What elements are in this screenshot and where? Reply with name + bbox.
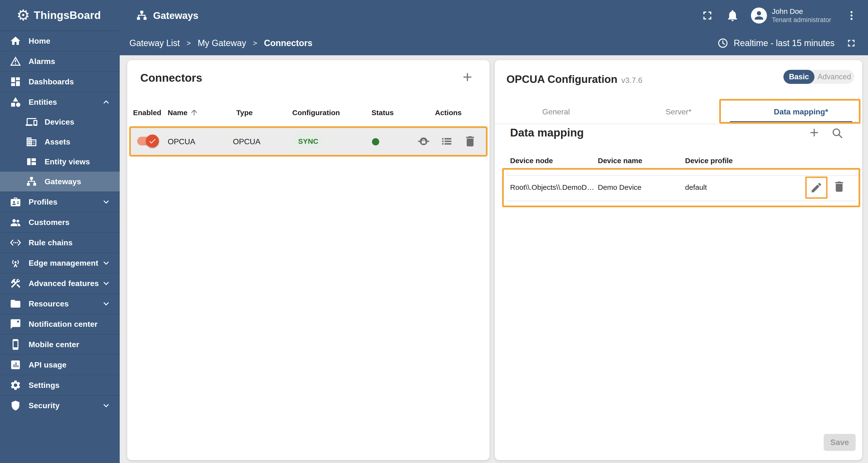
sidebar-item-label: Devices: [44, 118, 74, 127]
sidebar-item-label: Dashboards: [29, 77, 74, 86]
mode-toggle: Basic Advanced: [783, 70, 854, 84]
sidebar-item-label: Customers: [29, 218, 69, 227]
sidebar-item-label: Security: [29, 401, 60, 410]
shield-icon: [10, 400, 21, 411]
sort-arrow-up-icon[interactable]: [190, 108, 198, 117]
clock-icon: [717, 38, 728, 49]
wifi-tethering-icon: [10, 257, 21, 269]
sidebar-item-alarms[interactable]: Alarms: [0, 51, 120, 71]
add-connector-button[interactable]: [461, 70, 474, 84]
breadcrumb: Gateway List > My Gateway > Connectors: [129, 31, 312, 55]
notification-icon: [10, 318, 21, 330]
sidebar-item-dashboards[interactable]: Dashboards: [0, 71, 120, 92]
sidebar-item-label: Home: [29, 37, 51, 45]
timewindow-button[interactable]: Realtime - last 15 minutes: [717, 31, 857, 55]
sidebar-item-label: Gateways: [44, 177, 81, 186]
sidebar-item-label: Entities: [29, 98, 57, 107]
insert-chart-icon: [10, 359, 21, 371]
mode-basic-button[interactable]: Basic: [783, 70, 814, 84]
view-quilt-icon: [26, 156, 37, 167]
sidebar-item-label: Alarms: [29, 57, 55, 66]
sidebar-item-profiles[interactable]: Profiles: [0, 191, 120, 212]
avatar[interactable]: [751, 7, 767, 24]
settings-ethernet-icon: [10, 237, 21, 248]
sidebar-item-api-usage[interactable]: API usage: [0, 354, 120, 375]
search-icon[interactable]: [831, 127, 844, 140]
connector-name: OPCUA: [168, 137, 195, 146]
sidebar-item-entity-views[interactable]: Entity views: [0, 152, 120, 172]
enabled-toggle[interactable]: [137, 137, 157, 146]
mode-advanced-button[interactable]: Advanced: [814, 70, 854, 84]
sidebar-item-rule-chains[interactable]: Rule chains: [0, 232, 120, 253]
sidebar-item-assets[interactable]: Assets: [0, 132, 120, 152]
topbar-row-main: Gateways John Doe Tenant administrator: [120, 0, 868, 31]
sidebar-item-devices[interactable]: Devices: [0, 112, 120, 132]
domain-icon: [26, 136, 37, 148]
sidebar-item-home[interactable]: Home: [0, 31, 120, 51]
topbar: Gateways John Doe Tenant administrator G…: [120, 0, 868, 55]
col-device-profile: Device profile: [685, 157, 733, 165]
sidebar-item-label: Notification center: [29, 320, 98, 329]
col-name[interactable]: Name: [168, 109, 188, 117]
user-name: John Doe: [772, 7, 831, 16]
active-tab-indicator: [730, 121, 852, 123]
breadcrumb-gateway-list[interactable]: Gateway List: [129, 38, 180, 48]
sidebar-item-label: Profiles: [29, 197, 57, 207]
sidebar-item-resources[interactable]: Resources: [0, 293, 120, 314]
tab-data-mapping[interactable]: Data mapping*: [740, 100, 862, 124]
sidebar-item-advanced-features[interactable]: Advanced features: [0, 273, 120, 293]
thingsboard-app: ⚙ ThingsBoard Home Alarms Dashboards Ent…: [0, 0, 868, 463]
more-vert-icon[interactable]: [846, 10, 857, 21]
save-button[interactable]: Save: [824, 434, 856, 451]
edit-mapping-button[interactable]: [805, 177, 828, 199]
sidebar-item-entities[interactable]: Entities: [0, 92, 120, 112]
sidebar-item-customers[interactable]: Customers: [0, 212, 120, 232]
sidebar-item-security[interactable]: Security: [0, 395, 120, 415]
col-configuration: Configuration: [292, 109, 340, 117]
user-info[interactable]: John Doe Tenant administrator: [772, 7, 831, 24]
main-content: Connectors Enabled Name Type Configurati…: [120, 55, 868, 463]
sidebar-item-edge-management[interactable]: Edge management: [0, 253, 120, 273]
tab-server[interactable]: Server*: [617, 100, 740, 124]
sidebar-item-gateways[interactable]: Gateways: [0, 172, 120, 191]
dashboards-icon: [10, 76, 21, 88]
topbar-actions: John Doe Tenant administrator: [701, 0, 857, 31]
sidebar-item-label: Advanced features: [29, 279, 99, 288]
data-mapping-title: Data mapping: [510, 126, 584, 139]
sidebar-item-notification-center[interactable]: Notification center: [0, 314, 120, 334]
sidebar-item-label: Assets: [44, 137, 70, 147]
col-enabled: Enabled: [133, 109, 161, 117]
breadcrumb-my-gateway[interactable]: My Gateway: [198, 38, 246, 48]
device-name-value: Demo Device: [598, 183, 642, 191]
fullscreen-icon[interactable]: [701, 9, 714, 22]
add-mapping-button[interactable]: [808, 126, 821, 139]
home-icon: [10, 35, 21, 47]
connector-row-opcua[interactable]: OPCUA OPCUA SYNC: [129, 126, 488, 157]
delete-mapping-icon[interactable]: [832, 180, 846, 193]
logs-list-icon[interactable]: [440, 134, 454, 148]
sidebar-item-label: Resources: [29, 299, 69, 308]
sidebar-item-settings[interactable]: Settings: [0, 375, 120, 395]
thingsboard-logo-icon: ⚙: [17, 8, 30, 23]
sidebar-item-label: Mobile center: [29, 340, 79, 349]
col-device-node: Device node: [510, 157, 553, 165]
smartphone-icon: [10, 339, 21, 350]
category-icon: [10, 96, 21, 108]
configuration-sync-badge: SYNC: [293, 134, 324, 149]
notifications-bell-icon[interactable]: [726, 9, 739, 22]
private-connectivity-icon[interactable]: [417, 134, 430, 148]
chevron-down-icon: [101, 299, 112, 309]
sidebar-item-mobile-center[interactable]: Mobile center: [0, 334, 120, 354]
sidebar: ⚙ ThingsBoard Home Alarms Dashboards Ent…: [0, 0, 120, 463]
edit-pencil-icon: [810, 181, 823, 194]
delete-connector-icon[interactable]: [463, 134, 477, 148]
gear-icon: [10, 379, 21, 391]
chevron-down-icon: [101, 278, 112, 289]
mapping-row[interactable]: Root\\.Objects\\.DemoD… Demo Device defa…: [507, 175, 856, 201]
expand-fullscreen-icon[interactable]: [846, 38, 857, 49]
connectors-title: Connectors: [140, 71, 202, 84]
sidebar-item-label: API usage: [29, 361, 67, 369]
tab-general[interactable]: General: [495, 100, 617, 124]
config-title-wrap: OPCUA Configuration v3.7.6: [506, 73, 642, 85]
thingsboard-logo[interactable]: ⚙ ThingsBoard: [0, 0, 120, 31]
